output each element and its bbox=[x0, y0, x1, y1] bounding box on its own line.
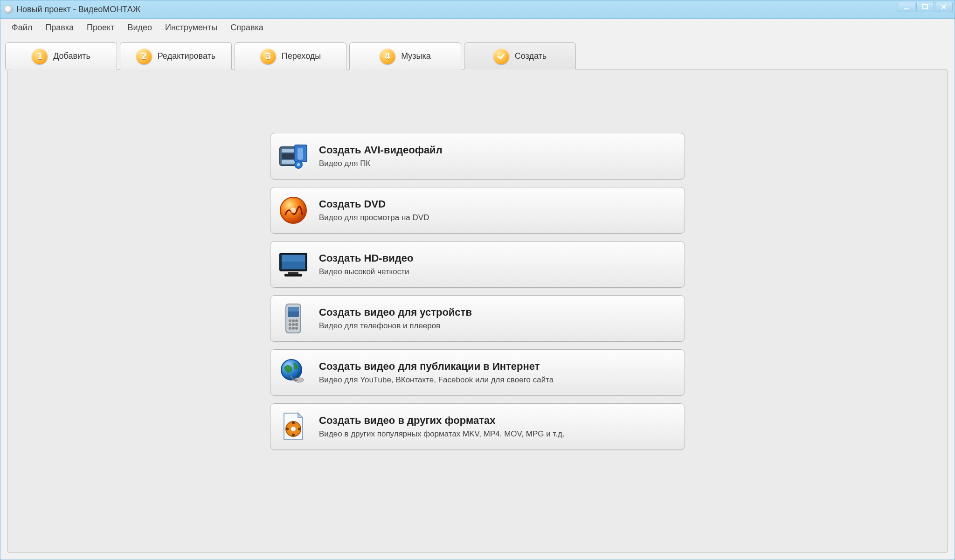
menu-file[interactable]: Файл bbox=[5, 21, 39, 35]
step-number-icon: 4 bbox=[380, 48, 395, 64]
film-clip-icon bbox=[277, 140, 310, 173]
svg-point-25 bbox=[289, 327, 291, 330]
svg-rect-13 bbox=[282, 255, 305, 262]
option-title: Создать видео для публикации в Интернет bbox=[319, 360, 554, 373]
svg-point-27 bbox=[295, 327, 298, 330]
svg-point-8 bbox=[297, 163, 300, 166]
close-button[interactable] bbox=[935, 2, 953, 12]
svg-rect-1 bbox=[923, 5, 927, 9]
svg-point-31 bbox=[291, 427, 296, 431]
tab-label: Добавить bbox=[53, 51, 90, 61]
tab-music[interactable]: 4 Музыка bbox=[349, 42, 461, 69]
maximize-button[interactable] bbox=[916, 2, 934, 12]
option-create-other[interactable]: Создать видео в других форматах Видео в … bbox=[270, 403, 685, 450]
step-number-icon: 3 bbox=[260, 48, 276, 64]
option-title: Создать AVI-видеофайл bbox=[319, 144, 443, 156]
svg-point-24 bbox=[295, 323, 298, 326]
svg-point-20 bbox=[292, 319, 295, 322]
phone-device-icon bbox=[277, 302, 310, 335]
svg-rect-18 bbox=[288, 307, 299, 311]
option-desc: Видео для ПК bbox=[319, 159, 443, 168]
option-title: Создать видео для устройств bbox=[319, 306, 472, 318]
svg-point-35 bbox=[298, 428, 301, 430]
content-panel: Создать AVI-видеофайл Видео для ПК bbox=[7, 69, 948, 553]
svg-point-21 bbox=[295, 319, 298, 322]
minimize-button[interactable] bbox=[898, 2, 915, 12]
checkmark-icon bbox=[493, 48, 509, 64]
option-create-device[interactable]: Создать видео для устройств Видео для те… bbox=[270, 295, 685, 342]
menu-video[interactable]: Видео bbox=[121, 21, 159, 35]
step-number-icon: 2 bbox=[136, 48, 152, 64]
tab-label: Музыка bbox=[401, 51, 431, 61]
tab-label: Создать bbox=[515, 51, 547, 61]
svg-point-23 bbox=[292, 323, 295, 326]
app-window: Новый проект - ВидеоМОНТАЖ Файл Правка П… bbox=[0, 0, 955, 560]
titlebar: Новый проект - ВидеоМОНТАЖ bbox=[0, 0, 955, 19]
option-create-dvd[interactable]: Создать DVD Видео для просмотра на DVD bbox=[270, 187, 685, 234]
disc-burn-icon bbox=[277, 194, 310, 227]
option-desc: Видео высокой четкости bbox=[319, 267, 413, 277]
tab-label: Переходы bbox=[282, 51, 321, 61]
tab-label: Редактировать bbox=[158, 51, 215, 61]
svg-point-10 bbox=[291, 207, 296, 213]
option-title: Создать HD-видео bbox=[319, 252, 413, 264]
tab-create[interactable]: Создать bbox=[464, 42, 576, 69]
option-desc: Видео в других популярных форматах MKV, … bbox=[319, 429, 565, 439]
svg-point-33 bbox=[292, 434, 295, 436]
svg-rect-5 bbox=[282, 153, 296, 159]
svg-rect-0 bbox=[904, 8, 909, 9]
tab-transitions[interactable]: 3 Переходы bbox=[235, 42, 346, 69]
svg-point-26 bbox=[292, 327, 295, 330]
option-create-hd[interactable]: Создать HD-видео Видео высокой четкости bbox=[270, 241, 685, 288]
hd-monitor-icon bbox=[277, 248, 310, 281]
window-controls bbox=[898, 2, 953, 12]
svg-rect-15 bbox=[284, 274, 302, 277]
app-icon bbox=[4, 5, 13, 14]
svg-rect-14 bbox=[288, 272, 298, 274]
option-create-avi[interactable]: Создать AVI-видеофайл Видео для ПК bbox=[270, 133, 685, 180]
menu-project[interactable]: Проект bbox=[80, 21, 121, 35]
svg-point-32 bbox=[292, 422, 295, 424]
window-title: Новый проект - ВидеоМОНТАЖ bbox=[16, 5, 140, 14]
option-title: Создать DVD bbox=[319, 198, 429, 210]
option-create-internet[interactable]: Создать видео для публикации в Интернет … bbox=[270, 349, 685, 396]
svg-point-19 bbox=[289, 319, 291, 322]
step-number-icon: 1 bbox=[32, 48, 48, 64]
globe-internet-icon bbox=[277, 356, 310, 389]
tab-add[interactable]: 1 Добавить bbox=[5, 42, 117, 69]
svg-rect-3 bbox=[282, 149, 296, 152]
option-desc: Видео для YouTube, ВКонтакте, Facebook и… bbox=[319, 375, 554, 385]
menu-help[interactable]: Справка bbox=[224, 21, 270, 35]
svg-point-34 bbox=[286, 428, 289, 430]
menubar: Файл Правка Проект Видео Инструменты Спр… bbox=[0, 19, 955, 36]
menu-edit[interactable]: Правка bbox=[39, 21, 80, 35]
file-format-icon bbox=[277, 410, 310, 443]
option-desc: Видео для просмотра на DVD bbox=[319, 213, 429, 222]
content-wrap: Создать AVI-видеофайл Видео для ПК bbox=[0, 69, 955, 560]
svg-point-22 bbox=[289, 323, 291, 326]
svg-rect-4 bbox=[282, 160, 296, 164]
tab-edit[interactable]: 2 Редактировать bbox=[120, 42, 232, 69]
menu-instruments[interactable]: Инструменты bbox=[159, 21, 224, 35]
option-desc: Видео для телефонов и плееров bbox=[319, 321, 472, 331]
option-title: Создать видео в других форматах bbox=[319, 415, 565, 427]
tabs-row: 1 Добавить 2 Редактировать 3 Переходы 4 … bbox=[0, 36, 955, 69]
